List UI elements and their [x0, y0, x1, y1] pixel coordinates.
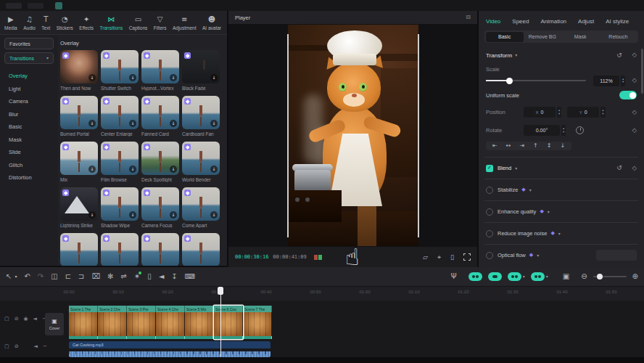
tab-adjust[interactable]: Adjust: [578, 18, 594, 25]
keyframe-icon[interactable]: ◇: [632, 78, 637, 83]
select-tool-dropdown-icon[interactable]: ▾: [15, 274, 17, 279]
chevron-down-icon[interactable]: ▾: [515, 166, 517, 171]
track-view-toggle[interactable]: [531, 272, 545, 281]
snap-toggle[interactable]: [508, 272, 521, 281]
clip-scene-6-selected[interactable]: Scene 6 Coo: [214, 306, 243, 339]
timeline-zoom-slider[interactable]: [593, 276, 627, 277]
transition-item[interactable]: [182, 233, 220, 266]
clip-scene-3[interactable]: Scene 3 Pre: [127, 306, 156, 339]
keyframe-icon[interactable]: ◇: [632, 128, 637, 134]
zoom-in-icon[interactable]: ⊕: [632, 273, 638, 280]
chevron-down-icon[interactable]: ▾: [529, 188, 532, 192]
position-x-stepper[interactable]: ▴▾: [557, 107, 561, 118]
sidebar-item-mask[interactable]: Mask: [0, 134, 58, 147]
transition-item[interactable]: ↓Mix: [60, 142, 98, 182]
chevron-down-icon[interactable]: ▾: [515, 53, 517, 57]
chevron-down-icon[interactable]: ▾: [558, 232, 561, 236]
tab-effects[interactable]: ✦Effects: [79, 16, 94, 30]
uniform-scale-toggle[interactable]: [619, 91, 637, 99]
select-tool-icon[interactable]: ↖: [6, 273, 12, 280]
transition-item[interactable]: [101, 233, 139, 266]
lock-icon[interactable]: ⊘: [15, 344, 19, 349]
keyframe-icon[interactable]: ◇: [632, 166, 637, 171]
reset-icon[interactable]: ↺: [616, 52, 622, 59]
ratio-icon[interactable]: ▱: [423, 254, 428, 261]
track-frame-icon[interactable]: ▢: [4, 344, 9, 349]
transition-item[interactable]: ↓Camera Focus: [141, 187, 179, 228]
playhead-handle[interactable]: [218, 287, 223, 295]
sidebar-item-glitch[interactable]: Glitch: [0, 159, 58, 172]
keyframe-icon[interactable]: ◇: [632, 52, 637, 58]
collapse-track-icon[interactable]: −: [43, 344, 47, 349]
playhead[interactable]: [220, 287, 221, 356]
transition-item[interactable]: ↓Shutter Switch: [101, 50, 139, 91]
sidebar-item-camera[interactable]: Camera: [0, 95, 58, 108]
clip-scene-2[interactable]: Scene 2 Che: [98, 306, 127, 339]
chevron-down-icon[interactable]: ▾: [537, 253, 539, 258]
record-voiceover-icon[interactable]: Ψ: [451, 273, 457, 280]
rotate-dial[interactable]: [576, 126, 584, 134]
rotate-stepper[interactable]: ▴▾: [561, 125, 566, 136]
fullscreen-icon[interactable]: [463, 253, 471, 261]
reset-icon[interactable]: ↺: [616, 165, 622, 171]
tab-captions[interactable]: ▭Captions: [129, 16, 148, 30]
position-x-field[interactable]: X0: [524, 107, 556, 118]
transition-item[interactable]: ↓Lightning Strike: [60, 187, 98, 228]
magnet-toggle[interactable]: [468, 272, 482, 281]
pack-dropdown[interactable]: Transitions ▾: [4, 52, 54, 64]
transition-item[interactable]: ↓Cardboard Fan: [182, 96, 220, 136]
inspector-scrollbar[interactable]: [641, 49, 643, 94]
freeze-frame-icon[interactable]: ✻: [107, 273, 113, 280]
rotate-value-field[interactable]: 0.00°: [524, 125, 560, 136]
undo-icon[interactable]: ↶: [24, 273, 30, 280]
tab-audio[interactable]: ♫Audio: [23, 16, 36, 30]
video-selection-handle-right[interactable]: [418, 34, 419, 237]
align-bottom-icon[interactable]: ↓: [561, 143, 566, 149]
video-selection-handle-left[interactable]: [287, 34, 289, 237]
sidebar-item-light[interactable]: Light: [0, 83, 58, 96]
clip-scene-1[interactable]: Scene 1 The: [69, 306, 98, 339]
align-center-horizontal-icon[interactable]: ↔: [506, 143, 511, 149]
position-y-stepper[interactable]: ▴▾: [600, 107, 605, 118]
tab-stickers[interactable]: ◔Stickers: [57, 16, 73, 30]
transition-item[interactable]: ↓World Bender: [182, 142, 220, 182]
scale-stepper[interactable]: ▴▾: [621, 76, 625, 86]
tab-media[interactable]: ▶Media: [4, 16, 17, 30]
align-top-icon[interactable]: ↑: [533, 143, 538, 149]
audio-track-clip[interactable]: Cat Cooking.mp3: [69, 341, 271, 357]
tab-filters[interactable]: ▽Filters: [154, 16, 167, 30]
mute-track-icon[interactable]: ◄: [33, 317, 37, 322]
stabilize-checkbox[interactable]: [486, 187, 493, 194]
chevron-down-icon[interactable]: ▾: [546, 274, 548, 279]
tab-animation[interactable]: Animation: [540, 18, 566, 25]
transition-item[interactable]: ↓Deck Spotlight: [141, 142, 179, 182]
transition-item[interactable]: ↓Hypnot...Vortex: [141, 50, 179, 91]
subtab-basic[interactable]: Basic: [486, 32, 524, 42]
transition-item[interactable]: ↓Then and Now: [60, 50, 98, 91]
mute-clip-icon[interactable]: ◄: [159, 273, 165, 280]
timeline-ruler[interactable]: 00:00 00:10 00:20 00:30 00:40 00:50 01:0…: [0, 286, 644, 301]
reverse-icon[interactable]: ⇌: [120, 273, 126, 280]
link-clips-toggle[interactable]: [488, 272, 502, 281]
timeline-zoom-knob[interactable]: [597, 274, 603, 280]
shortcuts-icon[interactable]: ⌨: [185, 273, 195, 280]
subtab-mask[interactable]: Mask: [561, 32, 599, 42]
blend-checkbox[interactable]: ✓: [486, 165, 493, 172]
split-icon[interactable]: ◫: [51, 273, 57, 280]
cover-button[interactable]: ▣ Cover: [45, 313, 64, 335]
scale-value-field[interactable]: 112%: [593, 76, 619, 86]
mute-track-icon[interactable]: ◄: [34, 344, 38, 349]
reduce-noise-checkbox[interactable]: [486, 230, 493, 237]
transition-item[interactable]: [60, 233, 98, 266]
keyframe-icon[interactable]: ◇: [632, 110, 637, 115]
tab-text[interactable]: TText: [41, 16, 50, 30]
align-center-vertical-icon[interactable]: ↕: [547, 143, 552, 149]
tab-transitions[interactable]: ⋈Transitions: [100, 16, 123, 30]
sidebar-item-slide[interactable]: Slide: [0, 146, 58, 159]
transition-item[interactable]: ↓Shadow Wipe: [101, 187, 139, 228]
subtab-retouch[interactable]: Retouch: [599, 32, 637, 42]
clip-scene-7[interactable]: Scene 7 The: [243, 306, 272, 339]
mirror-clip-icon[interactable]: ▯: [147, 273, 152, 280]
align-left-icon[interactable]: ⇤: [492, 143, 498, 149]
align-right-icon[interactable]: ⇥: [519, 143, 524, 149]
